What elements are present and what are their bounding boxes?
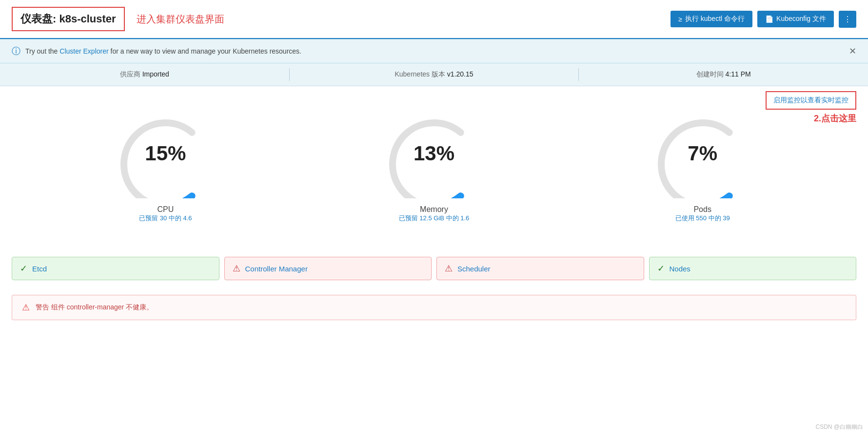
gauge-percent-pods: 7% xyxy=(688,143,717,164)
gauges-container: 15% CPU 已预留 30 中的 4.6 13% Memory 已预留 12.… xyxy=(12,96,856,242)
component-status-row: ✓ Etcd ⚠ Controller Manager ⚠ Scheduler … xyxy=(0,252,868,290)
component-name: Scheduler xyxy=(457,265,491,273)
created-label: 创建时间 xyxy=(696,70,724,78)
gauge-pods: 7% Pods 已使用 550 中的 39 xyxy=(639,111,766,223)
meta-bar: 供应商 Imported Kubernetes 版本 v1.20.15 创建时间… xyxy=(0,63,868,86)
enable-monitoring-button[interactable]: 启用监控以查看实时监控 xyxy=(766,91,856,110)
component-name: Controller Manager xyxy=(245,265,308,273)
component-name: Etcd xyxy=(32,265,47,273)
component-card-nodes[interactable]: ✓ Nodes xyxy=(649,257,857,280)
warning-bar: ⚠ 警告 组件 controller-manager 不健康。 xyxy=(12,295,856,320)
vendor-value: Imported xyxy=(142,70,169,78)
gauge-label-cpu: CPU xyxy=(157,205,174,214)
terminal-icon: ≥ xyxy=(678,15,682,23)
info-banner: ⓘ Try out the Cluster Explorer for a new… xyxy=(0,39,868,63)
info-banner-content: ⓘ Try out the Cluster Explorer for a new… xyxy=(12,45,301,57)
component-status-icon: ⚠ xyxy=(445,263,453,274)
gauge-label-pods: Pods xyxy=(693,205,711,214)
gauge-sublabel-memory: 已预留 12.5 GiB 中的 1.6 xyxy=(399,214,470,223)
warning-icon: ⚠ xyxy=(22,302,30,313)
k8s-value: v1.20.15 xyxy=(447,70,473,78)
more-options-button[interactable]: ⋮ xyxy=(839,11,856,28)
cluster-explorer-link[interactable]: Cluster Explorer xyxy=(59,47,108,55)
gauge-percent-cpu: 15% xyxy=(145,143,186,164)
header-actions: ≥ 执行 kubectl 命令行 📄 Kubeconfig 文件 ⋮ xyxy=(671,11,856,28)
main-content: 启用监控以查看实时监控 2.点击这里 15% CPU 已预留 30 中的 4.6… xyxy=(0,86,868,252)
document-icon: 📄 xyxy=(765,15,773,23)
component-status-icon: ✓ xyxy=(20,263,27,274)
component-status-icon: ⚠ xyxy=(233,263,240,274)
banner-close-button[interactable]: ✕ xyxy=(849,46,856,57)
annotation-label: 2.点击这里 xyxy=(814,113,856,124)
gauge-sublabel-pods: 已使用 550 中的 39 xyxy=(675,214,730,223)
page-header: 仪表盘: k8s-cluster 进入集群仪表盘界面 ≥ 执行 kubectl … xyxy=(0,0,868,39)
component-card-scheduler[interactable]: ⚠ Scheduler xyxy=(436,257,644,280)
component-card-controller-manager[interactable]: ⚠ Controller Manager xyxy=(224,257,432,280)
vendor-label: 供应商 xyxy=(120,70,140,78)
k8s-label: Kubernetes 版本 xyxy=(395,70,445,78)
gauge-sublabel-cpu: 已预留 30 中的 4.6 xyxy=(139,214,192,223)
warning-text: 警告 组件 controller-manager 不健康。 xyxy=(36,303,153,312)
vendor-info: 供应商 Imported xyxy=(0,68,290,81)
dashboard-title: 仪表盘: k8s-cluster xyxy=(12,7,125,31)
info-text: Try out the Cluster Explorer for a new w… xyxy=(25,47,301,55)
k8s-version-info: Kubernetes 版本 v1.20.15 xyxy=(290,68,579,81)
created-value: 4:11 PM xyxy=(726,70,751,78)
component-card-etcd[interactable]: ✓ Etcd xyxy=(12,257,219,280)
created-time-info: 创建时间 4:11 PM xyxy=(579,68,868,81)
gauge-cpu: 15% CPU 已预留 30 中的 4.6 xyxy=(102,111,229,223)
gauge-label-memory: Memory xyxy=(420,205,448,214)
kubeconfig-button[interactable]: 📄 Kubeconfig 文件 xyxy=(757,11,834,27)
dashboard-link[interactable]: 进入集群仪表盘界面 xyxy=(137,13,671,26)
gauge-percent-memory: 13% xyxy=(414,143,454,164)
gauge-memory: 13% Memory 已预留 12.5 GiB 中的 1.6 xyxy=(371,111,497,223)
info-icon: ⓘ xyxy=(12,45,20,57)
component-name: Nodes xyxy=(670,265,690,273)
monitor-annotation: 启用监控以查看实时监控 2.点击这里 xyxy=(766,91,856,124)
kubectl-button[interactable]: ≥ 执行 kubectl 命令行 xyxy=(671,11,752,27)
component-status-icon: ✓ xyxy=(657,263,665,274)
